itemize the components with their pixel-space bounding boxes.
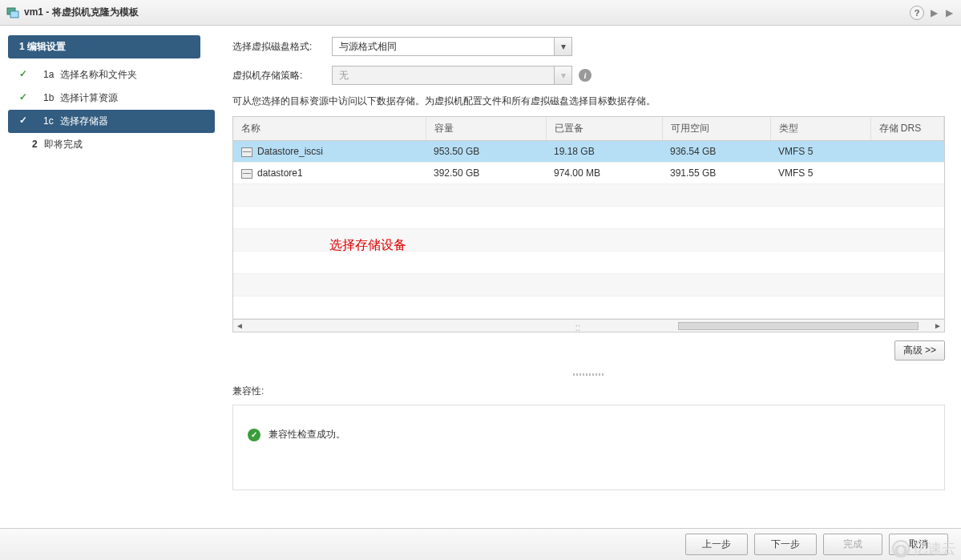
cell-provisioned: 19.18 GB (546, 141, 662, 163)
vm-icon (6, 6, 19, 19)
table-row (233, 229, 944, 252)
success-icon: ✓ (248, 429, 260, 441)
cell-free: 936.54 GB (662, 141, 770, 163)
compatibility-label: 兼容性: (232, 385, 945, 398)
datastore-icon (241, 169, 252, 179)
cell-free: 391.55 GB (662, 163, 770, 184)
footer: 上一步 下一步 完成 取消 (0, 528, 961, 560)
cell-name: datastore1 (257, 167, 303, 179)
step-1c-label: 选择存储器 (60, 115, 108, 127)
table-row (233, 296, 944, 319)
advanced-button[interactable]: 高级 >> (894, 340, 945, 361)
wizard-sidebar: 1 编辑设置 1a选择名称和文件夹 1b选择计算资源 1c选择存储器 2即将完成 (0, 26, 224, 513)
info-icon[interactable]: i (579, 69, 592, 82)
cell-capacity: 392.50 GB (426, 163, 546, 184)
compatibility-message: 兼容性检查成功。 (269, 428, 345, 441)
datastore-table: 名称 容量 已置备 可用空间 类型 存储 DRS Datastore_iscsi… (232, 116, 945, 332)
step-1b[interactable]: 1b选择计算资源 (8, 87, 215, 110)
scroll-track[interactable]: :: (246, 322, 931, 330)
svg-rect-1 (10, 11, 18, 18)
disk-format-value: 与源格式相同 (333, 40, 554, 54)
cancel-button[interactable]: 取消 (889, 534, 948, 555)
storage-policy-select: 无 ▾ (332, 66, 572, 85)
step-1a[interactable]: 1a选择名称和文件夹 (8, 63, 215, 87)
step-group-1[interactable]: 1 编辑设置 (8, 35, 200, 58)
resize-grip[interactable] (232, 372, 945, 377)
content-panel: 选择虚拟磁盘格式: 与源格式相同 ▾ 虚拟机存储策略: 无 ▾ i 可从您选择的… (224, 26, 961, 513)
help-icon[interactable]: ? (910, 6, 924, 20)
titlebar: vm1 - 将虚拟机克隆为模板 ? ▶ ▶ (0, 0, 961, 26)
cell-drs (870, 141, 944, 163)
table-row[interactable]: Datastore_iscsi 953.50 GB 19.18 GB 936.5… (233, 141, 944, 163)
step-2-label: 即将完成 (44, 139, 83, 150)
table-row (233, 207, 944, 229)
table-row (233, 184, 944, 207)
table-row (233, 252, 944, 274)
cell-provisioned: 974.00 MB (546, 163, 662, 184)
cell-name: Datastore_iscsi (257, 146, 323, 157)
window-title: vm1 - 将虚拟机克隆为模板 (24, 6, 910, 19)
cell-capacity: 953.50 GB (426, 141, 546, 163)
description-text: 可从您选择的目标资源中访问以下数据存储。为虚拟机配置文件和所有虚拟磁盘选择目标数… (232, 95, 945, 108)
cell-drs (870, 163, 944, 184)
storage-policy-label: 虚拟机存储策略: (232, 69, 332, 83)
step-1b-label: 选择计算资源 (60, 92, 118, 103)
next-button[interactable]: 下一步 (754, 534, 817, 555)
cell-type: VMFS 5 (770, 163, 870, 184)
table-row (233, 274, 944, 296)
chevron-down-icon: ▾ (554, 66, 571, 84)
horizontal-scrollbar[interactable]: ◄ :: ► (233, 319, 944, 332)
scroll-right-icon[interactable]: ► (931, 320, 944, 332)
step-1c[interactable]: 1c选择存储器 (8, 110, 215, 133)
nav-prev-icon[interactable]: ▶ (929, 7, 939, 18)
step-2[interactable]: 2即将完成 (8, 133, 215, 156)
scroll-left-icon[interactable]: ◄ (233, 320, 246, 332)
chevron-down-icon[interactable]: ▾ (554, 38, 571, 55)
cell-type: VMFS 5 (770, 141, 870, 163)
compatibility-panel: ✓ 兼容性检查成功。 (232, 405, 945, 490)
table-row[interactable]: datastore1 392.50 GB 974.00 MB 391.55 GB… (233, 163, 944, 184)
col-type[interactable]: 类型 (770, 117, 870, 141)
disk-format-select[interactable]: 与源格式相同 ▾ (332, 37, 572, 56)
back-button[interactable]: 上一步 (685, 534, 748, 555)
datastore-icon (241, 147, 252, 157)
col-drs[interactable]: 存储 DRS (870, 117, 944, 141)
col-provisioned[interactable]: 已置备 (546, 117, 662, 141)
finish-button: 完成 (823, 534, 882, 555)
col-free[interactable]: 可用空间 (662, 117, 770, 141)
disk-format-label: 选择虚拟磁盘格式: (232, 40, 332, 54)
storage-policy-value: 无 (333, 69, 554, 83)
step-1a-label: 选择名称和文件夹 (60, 69, 137, 80)
nav-next-icon[interactable]: ▶ (944, 7, 955, 18)
scroll-thumb[interactable] (678, 322, 919, 330)
col-name[interactable]: 名称 (233, 117, 426, 141)
col-capacity[interactable]: 容量 (426, 117, 546, 141)
